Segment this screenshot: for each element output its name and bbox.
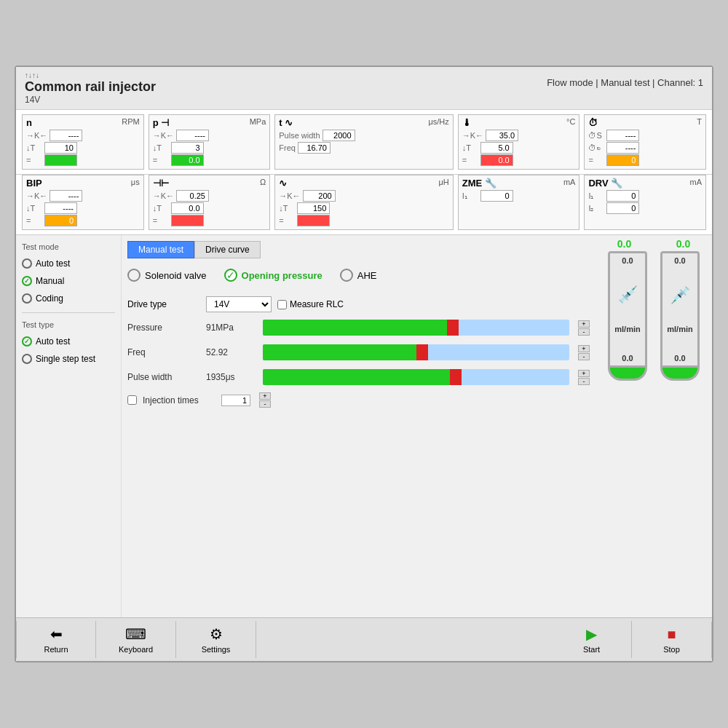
metric-drv-unit: mA bbox=[690, 178, 703, 189]
injection-increment[interactable]: + bbox=[259, 392, 271, 400]
header-subtitle: 14V bbox=[25, 95, 156, 105]
manual-label: Manual bbox=[36, 276, 64, 286]
injection-times-checkbox[interactable] bbox=[127, 395, 137, 405]
freq-btns: + - bbox=[578, 345, 590, 360]
option-solenoid-valve[interactable]: Solenoid valve bbox=[127, 269, 207, 282]
auto-test-label: Auto test bbox=[36, 258, 70, 269]
option-ahe[interactable]: AHE bbox=[340, 269, 377, 282]
metric-timer: ⏱ T ⏱S---- ⏱↻---- =0 bbox=[584, 114, 706, 170]
pulse-width-increment[interactable]: + bbox=[578, 370, 590, 377]
sidebar-item-single-step[interactable]: Single step test bbox=[22, 354, 115, 364]
check-icon: ✓ bbox=[226, 269, 235, 281]
pulse-width-btns: + - bbox=[578, 370, 590, 385]
injection-times-row: Injection times 1 + - bbox=[127, 392, 590, 408]
sidebar-item-manual[interactable]: Manual bbox=[22, 276, 115, 286]
metric-p-unit: MPa bbox=[250, 117, 266, 128]
pulse-width-row: Pulse width 1935μs + - bbox=[127, 369, 590, 385]
metric-p-symbol: p ⊣ bbox=[153, 117, 170, 128]
metric-p: p ⊣ MPa →K←---- ↓T3 =0.0 bbox=[149, 114, 271, 170]
pulse-width-label: Pulse width bbox=[127, 372, 200, 382]
sidebar-item-coding[interactable]: Coding bbox=[22, 293, 115, 304]
option-opening-pressure[interactable]: ✓ Opening pressure bbox=[224, 269, 323, 282]
main-window: ↑↓↑↓ Common rail injector 14V Flow mode … bbox=[15, 66, 713, 662]
pressure-handle[interactable] bbox=[447, 320, 459, 336]
metric-inductance: ∿ μH →K←200 ↓T150 = bbox=[274, 175, 453, 230]
settings-label: Settings bbox=[202, 645, 231, 654]
cyl2-icon: 💉 bbox=[670, 285, 690, 304]
pulse-width-fill bbox=[263, 369, 456, 385]
test-options: Solenoid valve ✓ Opening pressure AHE bbox=[127, 264, 590, 286]
opening-pressure-label: Opening pressure bbox=[242, 270, 323, 281]
freq-label: Freq bbox=[127, 347, 200, 357]
radio-manual[interactable] bbox=[22, 276, 32, 286]
injection-decrement[interactable]: - bbox=[259, 400, 271, 408]
pressure-decrement[interactable]: - bbox=[578, 328, 590, 336]
measure-rlc[interactable]: Measure RLC bbox=[277, 299, 344, 309]
logo: ↑↓↑↓ bbox=[25, 71, 156, 79]
start-icon: ▶ bbox=[586, 625, 597, 643]
settings-icon: ⚙ bbox=[210, 625, 223, 643]
drive-type-row: Drive type 14V Measure RLC bbox=[127, 296, 590, 312]
cyl2-tube: 0.0 💉 ml/min 0.0 bbox=[660, 251, 700, 368]
freq-increment[interactable]: + bbox=[578, 345, 590, 352]
solenoid-label: Solenoid valve bbox=[145, 270, 207, 281]
start-label: Start bbox=[583, 645, 600, 654]
metric-n-symbol: n bbox=[26, 117, 32, 128]
header-status: Flow mode | Manual test | Channel: 1 bbox=[547, 71, 703, 88]
measure-rlc-label: Measure RLC bbox=[290, 299, 344, 309]
pressure-slider[interactable] bbox=[263, 320, 569, 336]
test-mode-label: Test mode bbox=[22, 242, 115, 251]
start-button[interactable]: ▶ Start bbox=[552, 621, 632, 658]
cyl1-tube: 0.0 💉 ml/min 0.0 bbox=[608, 251, 647, 368]
metric-drv-symbol: DRV 🔧 bbox=[588, 178, 622, 189]
cylinder-2: 0.0 💉 ml/min 0.0 bbox=[657, 251, 703, 381]
metric-resistance: ⊣⊢ Ω →K←0.25 ↓T0.0 = bbox=[149, 175, 271, 230]
tab-manual-test[interactable]: Manual test bbox=[127, 241, 194, 258]
settings-button[interactable]: ⚙ Settings bbox=[176, 621, 256, 658]
header-left: ↑↓↑↓ Common rail injector 14V bbox=[25, 71, 156, 105]
metric-t: t ∿ μs/Hz Pulse width2000 Freq16.70 bbox=[274, 114, 453, 170]
pulse-width-decrement[interactable]: - bbox=[578, 378, 590, 385]
metrics-row2: BIP μs →K←---- ↓T---- =0 ⊣⊢ Ω →K←0.25 ↓T… bbox=[16, 175, 712, 235]
pressure-increment[interactable]: + bbox=[578, 320, 590, 328]
freq-row: Freq 52.92 + - bbox=[127, 344, 590, 360]
freq-handle[interactable] bbox=[416, 344, 428, 360]
sidebar-item-auto-test-type[interactable]: Auto test bbox=[22, 336, 115, 347]
pressure-value: 91MPa bbox=[206, 323, 257, 333]
measure-rlc-checkbox[interactable] bbox=[277, 300, 287, 309]
return-button[interactable]: ⬅ Return bbox=[16, 621, 96, 658]
tab-drive-curve[interactable]: Drive curve bbox=[194, 241, 261, 258]
metric-ind-unit: μH bbox=[438, 178, 448, 189]
radio-coding[interactable] bbox=[22, 293, 32, 304]
radio-ahe[interactable] bbox=[340, 269, 353, 282]
drive-type-select[interactable]: 14V bbox=[206, 296, 272, 312]
metric-bip-symbol: BIP bbox=[26, 178, 42, 189]
freq-slider[interactable] bbox=[263, 344, 569, 360]
pulse-width-value: 1935μs bbox=[206, 372, 257, 382]
pressure-label: Pressure bbox=[127, 323, 200, 333]
app-title: Common rail injector bbox=[25, 79, 156, 95]
radio-solenoid[interactable] bbox=[127, 269, 141, 282]
radio-auto-test[interactable] bbox=[22, 258, 32, 269]
coding-label: Coding bbox=[36, 293, 63, 304]
metric-timer-symbol: ⏱ bbox=[588, 117, 598, 128]
return-icon: ⬅ bbox=[50, 625, 63, 643]
injection-times-value: 1 bbox=[221, 395, 250, 406]
radio-auto-test-type[interactable] bbox=[22, 336, 32, 347]
radio-opening-pressure[interactable]: ✓ bbox=[224, 269, 237, 282]
metrics-row1: n RPM →K←---- ↓T10 = p ⊣ MPa →K←---- ↓T3… bbox=[16, 110, 712, 175]
test-type-label: Test type bbox=[22, 320, 115, 329]
cylinders-top-values: 0.0 0.0 bbox=[598, 238, 709, 250]
return-label: Return bbox=[44, 645, 68, 654]
radio-single-step[interactable] bbox=[22, 354, 32, 364]
stop-button[interactable]: ■ Stop bbox=[632, 622, 712, 658]
metric-t-symbol: t ∿ bbox=[279, 117, 293, 128]
pulse-width-handle[interactable] bbox=[450, 369, 462, 385]
single-step-label: Single step test bbox=[36, 354, 95, 364]
sidebar-item-auto-test[interactable]: Auto test bbox=[22, 258, 115, 269]
pulse-width-slider[interactable] bbox=[263, 369, 569, 385]
cylinder-1: 0.0 💉 ml/min 0.0 bbox=[605, 251, 650, 381]
freq-decrement[interactable]: - bbox=[578, 353, 590, 360]
keyboard-button[interactable]: ⌨ Keyboard bbox=[96, 621, 176, 658]
cyl1-base bbox=[608, 368, 647, 381]
